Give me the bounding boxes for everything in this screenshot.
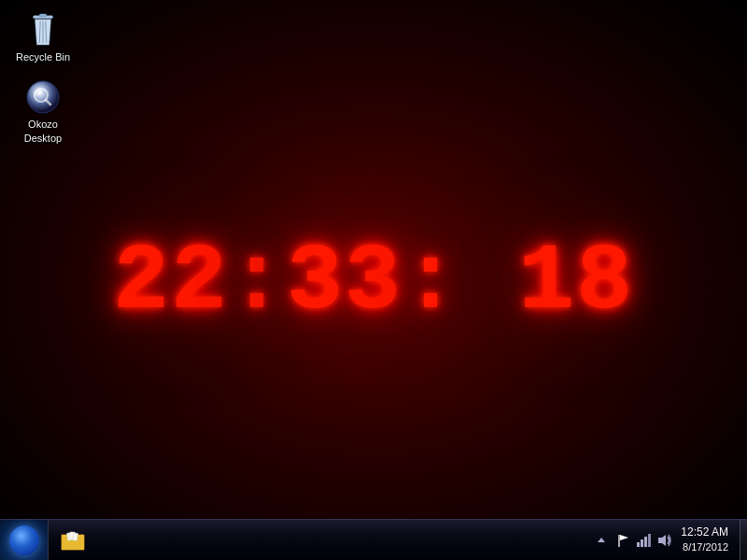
svg-point-5 <box>27 81 59 113</box>
clock-display: 22:33: 18 <box>113 230 634 335</box>
taskbar: 12:52 AM 8/17/2012 <box>0 519 747 560</box>
notification-arrow-button[interactable] <box>593 532 610 549</box>
svg-rect-1 <box>39 14 47 17</box>
recycle-bin-image <box>26 13 60 47</box>
network-icon <box>636 533 651 548</box>
taskbar-clock[interactable]: 12:52 AM 8/17/2012 <box>677 525 732 554</box>
svg-rect-17 <box>648 534 651 547</box>
svg-rect-14 <box>637 542 640 547</box>
okozo-label-line1: Okozo <box>28 118 58 131</box>
start-button[interactable] <box>0 520 49 561</box>
clock-time: 22:33: 18 <box>113 230 634 335</box>
show-desktop-button[interactable] <box>740 520 747 561</box>
recycle-bin-icon[interactable]: Recycle Bin <box>9 9 77 67</box>
tray-icons-area <box>613 531 673 550</box>
recycle-bin-label: Recycle Bin <box>16 50 70 63</box>
file-explorer-taskbar-button[interactable] <box>53 522 92 559</box>
speaker-icon <box>656 533 671 548</box>
svg-rect-15 <box>641 539 643 547</box>
taskbar-time: 12:52 AM <box>681 525 728 540</box>
svg-rect-16 <box>644 537 647 547</box>
folder-icon <box>60 529 86 552</box>
clock-minutes: 33 <box>287 230 402 335</box>
system-tray: 12:52 AM 8/17/2012 <box>585 520 740 560</box>
desktop: Recycle Bin <box>0 0 747 560</box>
up-arrow-icon <box>595 534 608 547</box>
clock-hours: 22 <box>113 230 229 335</box>
flag-tray-button[interactable] <box>613 531 632 550</box>
taskbar-date: 8/17/2012 <box>683 540 728 554</box>
svg-rect-13 <box>618 535 620 547</box>
windows-orb-icon <box>9 525 39 555</box>
svg-marker-12 <box>598 538 605 542</box>
clock-seconds: 18 <box>518 230 634 335</box>
svg-rect-11 <box>72 532 78 540</box>
volume-tray-button[interactable] <box>655 531 673 550</box>
flag-icon <box>615 533 630 548</box>
okozo-desktop-icon[interactable]: Okozo Desktop <box>9 77 77 148</box>
okozo-label-line2: Desktop <box>24 132 62 145</box>
network-tray-button[interactable] <box>634 531 653 550</box>
okozo-desktop-image <box>26 80 60 114</box>
taskbar-items <box>49 520 585 560</box>
desktop-icons-area: Recycle Bin <box>9 9 77 148</box>
